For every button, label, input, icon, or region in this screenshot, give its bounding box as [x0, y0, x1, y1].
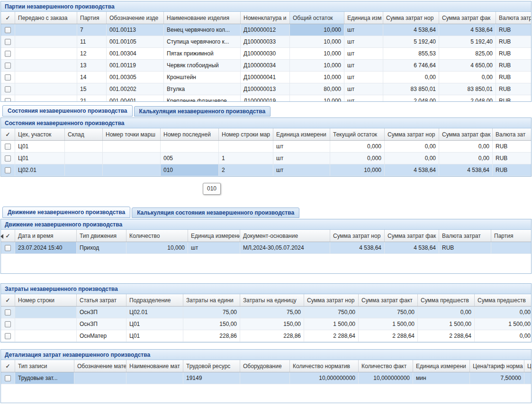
column-header[interactable]: Единица измерени — [188, 230, 240, 242]
table-row[interactable]: 15001.00202ВтулкаД10000001380,000шт83 85… — [1, 83, 531, 95]
cell[interactable]: 4 538,64 — [439, 164, 493, 176]
cell[interactable]: Трудовые зат... — [15, 372, 74, 384]
cell[interactable]: 2 — [219, 164, 273, 176]
cell[interactable]: 0,00 — [439, 72, 496, 83]
cell[interactable]: 001.00113 — [107, 24, 164, 36]
cell[interactable]: Ц01 — [15, 153, 65, 164]
cell[interactable]: шт — [188, 242, 240, 254]
table-row[interactable]: Ц02.010102шт10,0004 538,644 538,64RUB — [1, 164, 531, 176]
table-row[interactable]: Трудовые зат...1914910,00000000010,00000… — [1, 372, 531, 384]
cell[interactable]: 0,00 — [439, 153, 493, 164]
cell[interactable]: RUB — [496, 24, 531, 36]
cell[interactable]: 001.00401 — [107, 95, 164, 101]
cell[interactable]: 0,00 — [439, 141, 493, 153]
cell[interactable]: 001.00119 — [107, 60, 164, 72]
cell[interactable]: RUB — [496, 83, 531, 95]
tab-state-calculation[interactable]: Калькуляция состояния незавершенного про… — [132, 208, 299, 218]
row-checkbox[interactable] — [5, 27, 11, 33]
cell[interactable]: 10,000000000 — [290, 372, 359, 384]
cell[interactable]: ОснМатер — [77, 330, 126, 342]
column-header[interactable]: Общий остаток — [290, 12, 344, 24]
cell[interactable] — [15, 60, 77, 72]
row-checkbox[interactable] — [5, 333, 11, 339]
cell[interactable] — [15, 72, 77, 83]
cell[interactable]: Втулка — [164, 83, 241, 95]
cell[interactable]: 4 538,64 — [439, 24, 496, 36]
cell[interactable]: шт — [273, 141, 330, 153]
cell[interactable]: 2 048,00 — [383, 95, 439, 101]
cell[interactable]: 10,000 — [290, 48, 344, 60]
cell[interactable]: 11 — [77, 36, 107, 48]
cell[interactable] — [15, 330, 77, 342]
column-header[interactable]: Валюта зат — [493, 128, 531, 140]
cell[interactable]: 1 500,00 — [304, 318, 359, 330]
select-all-header[interactable]: ✓ — [1, 12, 15, 24]
cell[interactable]: 75,00 — [183, 307, 240, 318]
column-header[interactable]: Подразделение — [126, 294, 183, 306]
cell[interactable]: Ц02.01 — [15, 164, 65, 176]
cell[interactable]: 001.00105 — [107, 36, 164, 48]
column-header[interactable]: Сумма затрат нор — [383, 12, 439, 24]
column-header[interactable]: Наименование мат — [126, 360, 183, 372]
column-header[interactable]: Валюта затрат — [439, 230, 491, 242]
cell[interactable]: 23.07.2024 15:40 — [15, 242, 77, 254]
cell[interactable]: 750,00 — [304, 307, 359, 318]
cell[interactable]: 855,53 — [383, 48, 439, 60]
table-row[interactable]: 14001.00305КронштейнД10000004110,000шт0,… — [1, 72, 531, 83]
select-all-header[interactable]: ✓ — [1, 128, 15, 140]
column-header[interactable]: Сумма затрат фак — [439, 12, 496, 24]
column-header[interactable]: Сумма затрат факт — [359, 294, 418, 306]
cell[interactable]: 001.00202 — [107, 83, 164, 95]
cell[interactable]: 2 288,64 — [304, 330, 359, 342]
column-header[interactable]: Затраты на едини — [183, 294, 240, 306]
row-checkbox[interactable] — [5, 321, 11, 327]
cell[interactable]: Червяк глобоидный — [164, 60, 241, 72]
cell[interactable]: шт — [344, 72, 383, 83]
column-header[interactable]: Дата и время — [15, 230, 77, 242]
cell[interactable]: Ц01 — [15, 141, 65, 153]
row-checkbox[interactable] — [5, 245, 11, 251]
cell[interactable] — [126, 372, 183, 384]
column-header[interactable]: Текущий остаток — [330, 128, 385, 140]
cell[interactable]: Кронштейн — [164, 72, 241, 83]
cell[interactable]: 001.00305 — [107, 72, 164, 83]
table-row[interactable]: ОснЗПЦ01150,00150,001 500,001 500,001 50… — [1, 318, 531, 330]
cell[interactable] — [15, 95, 77, 101]
column-header[interactable]: Тип движения — [77, 230, 126, 242]
table-row[interactable]: 13001.00119Червяк глобоидныйД10000003410… — [1, 60, 531, 72]
column-header[interactable]: Сумма затрат нор — [385, 128, 439, 140]
cell[interactable]: 10,000 — [290, 95, 344, 101]
column-header[interactable]: Сумма предшеств — [418, 294, 475, 306]
cell[interactable] — [15, 48, 77, 60]
cell[interactable]: 10,000 — [290, 36, 344, 48]
cell[interactable]: 0,00 — [475, 330, 531, 342]
tab-wip-calculation[interactable]: Калькуляция незавершенного производства — [134, 106, 271, 117]
cell[interactable]: Д100000030 — [241, 48, 290, 60]
cell[interactable]: шт — [344, 48, 383, 60]
cell[interactable]: Д100000019 — [241, 95, 290, 101]
cell[interactable]: 5 192,40 — [439, 36, 496, 48]
cell[interactable]: шт — [344, 36, 383, 48]
cell[interactable] — [65, 164, 103, 176]
cell[interactable]: 0,00 — [475, 307, 531, 318]
cell[interactable] — [491, 242, 531, 254]
cell[interactable]: шт — [344, 24, 383, 36]
cell[interactable]: Ц01 — [126, 318, 183, 330]
column-header[interactable]: Цех, участок — [15, 128, 65, 140]
cell[interactable]: 4 538,64 — [385, 164, 439, 176]
column-header[interactable]: Оборудование — [240, 360, 290, 372]
cell[interactable] — [15, 318, 77, 330]
cell[interactable] — [15, 83, 77, 95]
column-header[interactable]: Сумма затрат нор — [304, 294, 359, 306]
cell[interactable]: 825,00 — [439, 48, 496, 60]
cell[interactable]: 10,000 — [290, 72, 344, 83]
column-header[interactable]: Единица измерени — [273, 128, 330, 140]
cell[interactable]: 14 — [77, 72, 107, 83]
cell[interactable]: Д100000013 — [241, 83, 290, 95]
splitter-collapse-icon[interactable] — [0, 234, 3, 239]
cell[interactable]: 83 850,01 — [383, 83, 439, 95]
row-checkbox[interactable] — [5, 39, 11, 45]
cell[interactable]: Д100000033 — [241, 36, 290, 48]
table-row[interactable]: 7001.00113Венец червячного кол...Д100000… — [1, 24, 531, 36]
cell[interactable]: RUB — [439, 242, 491, 254]
